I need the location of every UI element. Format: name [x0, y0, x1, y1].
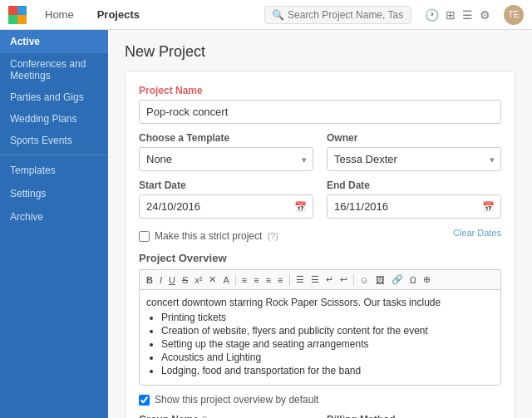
- settings-icon[interactable]: ⚙: [480, 8, 490, 22]
- template-col: Choose a Template None: [139, 132, 313, 171]
- end-date-col: End Date 📅: [327, 179, 501, 219]
- show-overview-checkbox[interactable]: [139, 395, 150, 406]
- more-button[interactable]: ⊕: [421, 273, 433, 287]
- strict-project-row: Make this a strict project (?): [139, 230, 278, 242]
- align-justify-button[interactable]: ≡: [275, 273, 285, 287]
- show-overview-label: Show this project overview by default: [155, 394, 318, 406]
- editor-list: Printing tickets Creation of website, fl…: [161, 312, 494, 376]
- strict-project-checkbox[interactable]: [139, 231, 150, 242]
- end-date-wrap: 📅: [327, 194, 501, 219]
- template-label: Choose a Template: [139, 132, 313, 144]
- template-select[interactable]: None: [139, 147, 313, 171]
- billing-method-label: Billing Method: [327, 414, 501, 418]
- toolbar-sep-1: [235, 274, 236, 286]
- start-date-input[interactable]: [139, 194, 313, 219]
- clear-format-button[interactable]: ✕: [206, 273, 219, 287]
- show-overview-row: Show this project overview by default: [139, 394, 501, 406]
- search-box: 🔍: [264, 6, 411, 24]
- project-name-input[interactable]: [139, 100, 501, 124]
- sidebar-active-header: Active: [0, 30, 108, 53]
- project-name-label: Project Name: [139, 85, 501, 96]
- search-icon: 🔍: [272, 9, 284, 21]
- nav-icons: 🕐 ⊞ ☰ ⚙: [425, 8, 490, 22]
- grid-icon[interactable]: ⊞: [446, 8, 456, 22]
- start-date-col: Start Date 📅: [139, 179, 313, 219]
- overview-section-label: Project Overview: [139, 252, 501, 264]
- clock-icon[interactable]: 🕐: [425, 8, 439, 22]
- superscript-button[interactable]: x²: [192, 273, 204, 287]
- underline-button[interactable]: U: [166, 273, 178, 287]
- end-date-label: End Date: [327, 179, 501, 191]
- template-owner-row: Choose a Template None Owner Tessa Dexte…: [139, 132, 501, 171]
- strict-project-label: Make this a strict project: [155, 230, 262, 242]
- nav-projects[interactable]: Projects: [92, 7, 145, 22]
- group-label-row: Group Name ?: [139, 414, 313, 418]
- outdent-button[interactable]: ↩: [337, 273, 350, 287]
- editor-toolbar: B I U S x² ✕ A ≡ ≡ ≡ ≡ ☰ ☰ ↵ ↩ ☺ 🖼 �: [139, 269, 501, 289]
- strikethrough-button[interactable]: S: [180, 273, 190, 287]
- page-title: New Project: [125, 43, 515, 61]
- app-logo: [8, 6, 27, 24]
- sidebar-divider: [0, 155, 108, 155]
- align-left-button[interactable]: ≡: [239, 273, 249, 287]
- dates-row: Start Date 📅 End Date 📅: [139, 179, 501, 219]
- billing-col: Billing Method Based on Staff Hours Base…: [327, 414, 501, 418]
- group-name-help[interactable]: ?: [202, 415, 207, 418]
- editor-list-item: Lodging, food and transportation for the…: [161, 365, 494, 376]
- bottom-row: Group Name ? Other Projects + Billing Me…: [139, 414, 501, 418]
- editor-list-item: Creation of website, flyers and publicit…: [161, 325, 494, 337]
- image-button[interactable]: 🖼: [373, 273, 387, 287]
- nav-home[interactable]: Home: [40, 7, 79, 22]
- editor-list-item: Acoustics and Lighting: [161, 352, 494, 363]
- list-icon[interactable]: ☰: [462, 8, 473, 22]
- clear-dates-link[interactable]: Clear Dates: [453, 228, 501, 238]
- start-date-label: Start Date: [139, 179, 313, 191]
- owner-col: Owner Tessa Dexter: [327, 132, 501, 171]
- strict-project-help[interactable]: (?): [267, 231, 278, 241]
- sidebar-item-sports[interactable]: Sports Events: [0, 130, 108, 151]
- main-layout: Active Conferences and Meetings Parties …: [0, 30, 532, 418]
- toolbar-sep-2: [289, 274, 290, 286]
- owner-select[interactable]: Tessa Dexter: [327, 147, 501, 171]
- template-select-wrap: None: [139, 147, 313, 171]
- svg-rect-0: [8, 6, 17, 15]
- form-section: Project Name Choose a Template None Owne…: [125, 71, 515, 418]
- bullet-list-button[interactable]: ☰: [293, 273, 307, 287]
- svg-rect-1: [17, 6, 27, 15]
- emoji-button[interactable]: ☺: [357, 273, 372, 287]
- sidebar-settings[interactable]: Settings: [0, 182, 108, 205]
- owner-select-wrap: Tessa Dexter: [327, 147, 501, 171]
- sidebar-item-wedding[interactable]: Wedding Plans: [0, 108, 108, 130]
- editor-list-item: Setting up the stage and seating arrange…: [161, 338, 494, 350]
- sidebar: Active Conferences and Meetings Parties …: [0, 30, 108, 418]
- avatar[interactable]: TE: [504, 5, 524, 25]
- svg-rect-3: [17, 15, 27, 24]
- font-color-button[interactable]: A: [220, 273, 231, 287]
- search-input[interactable]: [288, 9, 404, 21]
- special-char-button[interactable]: Ω: [407, 273, 419, 287]
- sidebar-archive[interactable]: Archive: [0, 205, 108, 229]
- group-name-col: Group Name ? Other Projects +: [139, 414, 313, 418]
- editor-area[interactable]: concert downtown starring Rock Paper Sci…: [139, 289, 501, 386]
- start-date-wrap: 📅: [139, 194, 313, 219]
- end-date-input[interactable]: [327, 194, 501, 219]
- numbered-list-button[interactable]: ☰: [308, 273, 322, 287]
- group-name-label: Group Name: [139, 414, 199, 418]
- editor-list-item: Printing tickets: [161, 312, 494, 323]
- sidebar-templates[interactable]: Templates: [0, 159, 108, 182]
- bold-button[interactable]: B: [144, 273, 155, 287]
- sidebar-item-parties[interactable]: Parties and Gigs: [0, 86, 108, 108]
- top-navigation: Home Projects 🔍 🕐 ⊞ ☰ ⚙ TE: [0, 0, 532, 30]
- italic-button[interactable]: I: [157, 273, 165, 287]
- sidebar-item-conferences[interactable]: Conferences and Meetings: [0, 53, 108, 86]
- indent-button[interactable]: ↵: [323, 273, 336, 287]
- toolbar-sep-3: [353, 274, 354, 286]
- svg-rect-2: [8, 15, 17, 24]
- owner-label: Owner: [327, 132, 501, 144]
- content-area: New Project Project Name Choose a Templa…: [108, 30, 532, 418]
- link-button[interactable]: 🔗: [389, 273, 406, 287]
- align-center-button[interactable]: ≡: [251, 273, 261, 287]
- editor-text: concert downtown starring Rock Paper Sci…: [146, 297, 494, 308]
- align-right-button[interactable]: ≡: [264, 273, 273, 287]
